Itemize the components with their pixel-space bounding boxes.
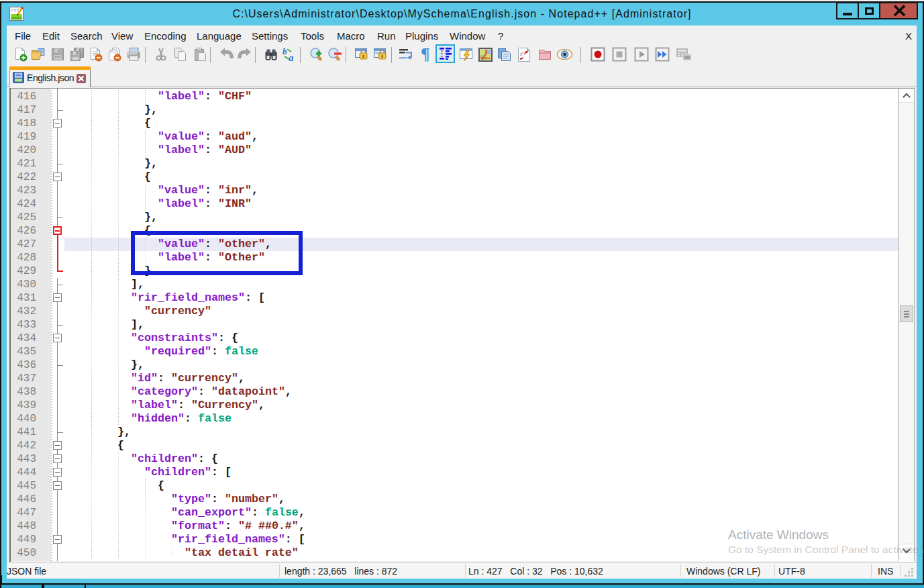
svg-text:a: a [289, 52, 294, 62]
svg-text:b: b [283, 47, 287, 56]
svg-text:¶: ¶ [421, 46, 430, 63]
